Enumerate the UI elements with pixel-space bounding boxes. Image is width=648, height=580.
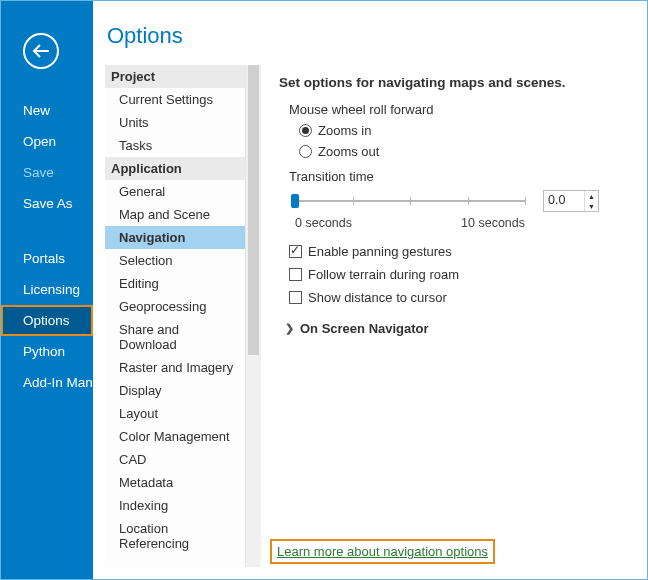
slider-max-label: 10 seconds <box>461 216 525 230</box>
checkbox-icon <box>289 245 302 258</box>
transition-label: Transition time <box>289 169 633 184</box>
check-label: Show distance to cursor <box>308 290 447 305</box>
category-scrollbar[interactable] <box>245 65 261 567</box>
radio-icon <box>299 145 312 158</box>
check-show-distance[interactable]: Show distance to cursor <box>289 290 633 305</box>
category-item-units[interactable]: Units <box>105 111 245 134</box>
on-screen-navigator-expander[interactable]: ❯ On Screen Navigator <box>285 321 633 336</box>
check-follow-terrain[interactable]: Follow terrain during roam <box>289 267 633 282</box>
checkbox-icon <box>289 268 302 281</box>
radio-icon <box>299 124 312 137</box>
expander-label: On Screen Navigator <box>300 321 429 336</box>
radio-label: Zooms in <box>318 123 371 138</box>
category-item-share-and-download[interactable]: Share and Download <box>105 318 245 356</box>
check-label: Enable panning gestures <box>308 244 452 259</box>
category-item-navigation[interactable]: Navigation <box>105 226 245 249</box>
category-header-project: Project <box>105 65 245 88</box>
options-body: ProjectCurrent SettingsUnitsTasksApplica… <box>105 65 647 567</box>
category-item-color-management[interactable]: Color Management <box>105 425 245 448</box>
options-pane: Options ProjectCurrent SettingsUnitsTask… <box>93 1 647 579</box>
radio-zooms-out[interactable]: Zooms out <box>299 144 633 159</box>
category-item-map-and-scene[interactable]: Map and Scene <box>105 203 245 226</box>
back-button[interactable] <box>23 33 59 69</box>
transition-slider[interactable] <box>295 191 525 211</box>
nav-item-options[interactable]: Options <box>1 305 93 336</box>
category-item-metadata[interactable]: Metadata <box>105 471 245 494</box>
learn-more-link[interactable]: Learn more about navigation options <box>273 542 492 561</box>
detail-title: Set options for navigating maps and scen… <box>279 75 633 90</box>
transition-value[interactable]: 0.0 <box>544 191 584 211</box>
chevron-right-icon: ❯ <box>285 322 294 335</box>
radio-zooms-in[interactable]: Zooms in <box>299 123 633 138</box>
slider-thumb[interactable] <box>291 194 299 208</box>
nav-item-new[interactable]: New <box>1 95 93 126</box>
checkbox-icon <box>289 291 302 304</box>
slider-min-label: 0 seconds <box>295 216 352 230</box>
category-item-editing[interactable]: Editing <box>105 272 245 295</box>
category-item-geoprocessing[interactable]: Geoprocessing <box>105 295 245 318</box>
category-item-current-settings[interactable]: Current Settings <box>105 88 245 111</box>
wheel-group-label: Mouse wheel roll forward <box>289 102 633 117</box>
category-item-display[interactable]: Display <box>105 379 245 402</box>
category-item-tasks[interactable]: Tasks <box>105 134 245 157</box>
nav-item-licensing[interactable]: Licensing <box>1 274 93 305</box>
nav-item-python[interactable]: Python <box>1 336 93 367</box>
category-item-selection[interactable]: Selection <box>105 249 245 272</box>
category-item-raster-and-imagery[interactable]: Raster and Imagery <box>105 356 245 379</box>
radio-label: Zooms out <box>318 144 379 159</box>
category-header-application: Application <box>105 157 245 180</box>
category-item-layout[interactable]: Layout <box>105 402 245 425</box>
arrow-left-icon <box>32 44 50 58</box>
stepper-down[interactable]: ▼ <box>585 201 598 211</box>
nav-item-save-as[interactable]: Save As <box>1 188 93 219</box>
category-item-general[interactable]: General <box>105 180 245 203</box>
check-label: Follow terrain during roam <box>308 267 459 282</box>
nav-item-add-in-manager[interactable]: Add-In Manager <box>1 367 93 398</box>
pane-title: Options <box>105 23 647 49</box>
scrollbar-thumb[interactable] <box>248 65 259 355</box>
backstage-nav: NewOpenSaveSave AsPortalsLicensingOption… <box>1 1 93 579</box>
category-item-cad[interactable]: CAD <box>105 448 245 471</box>
nav-item-open[interactable]: Open <box>1 126 93 157</box>
category-item-indexing[interactable]: Indexing <box>105 494 245 517</box>
check-enable-panning[interactable]: Enable panning gestures <box>289 244 633 259</box>
detail-column: Set options for navigating maps and scen… <box>261 65 647 567</box>
stepper-up[interactable]: ▲ <box>585 191 598 201</box>
nav-item-save: Save <box>1 157 93 188</box>
nav-item-portals[interactable]: Portals <box>1 243 93 274</box>
category-item-location-referencing[interactable]: Location Referencing <box>105 517 245 555</box>
options-backstage: NewOpenSaveSave AsPortalsLicensingOption… <box>0 0 648 580</box>
category-column: ProjectCurrent SettingsUnitsTasksApplica… <box>105 65 261 567</box>
transition-value-stepper[interactable]: 0.0 ▲ ▼ <box>543 190 599 212</box>
